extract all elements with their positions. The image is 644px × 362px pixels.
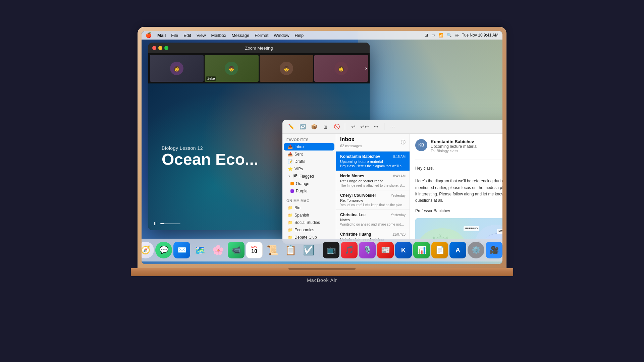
subject-1: Upcoming lecture material — [340, 160, 406, 164]
search-icon[interactable]: 🔍 — [447, 33, 452, 38]
drafts-icon: 📝 — [288, 159, 292, 164]
dock-safari[interactable]: 🧭 — [142, 242, 154, 258]
favorites-header: Favorites — [282, 136, 336, 143]
spanish-folder-icon: 📁 — [288, 213, 292, 218]
junk-button[interactable]: 🚫 — [332, 122, 341, 131]
progress-bar[interactable] — [160, 223, 180, 224]
menu-mail[interactable]: Mail — [157, 33, 166, 38]
pause-button[interactable]: ⏸ — [153, 221, 158, 226]
dock-numbers[interactable]: 📊 — [413, 242, 430, 258]
time-3: Yesterday — [391, 194, 406, 197]
menu-mailbox[interactable]: Mailbox — [211, 33, 226, 38]
system-preferences-icon: ⚙️ — [472, 246, 481, 254]
preview-4: Wanted to go ahead and share some notes … — [340, 223, 406, 226]
menu-file[interactable]: File — [171, 33, 178, 38]
menu-window[interactable]: Window — [274, 33, 289, 38]
dock-apple-tv[interactable]: 📺 — [323, 242, 339, 258]
forward-button[interactable]: ↪ — [371, 122, 381, 131]
mail-item-2[interactable]: Nerio Mones 8:49 AM Re: Fringe or barrie… — [336, 171, 410, 190]
zoom-titlebar: 🛡 Zoom Meeting — [148, 43, 370, 53]
notes-script-icon: 📜 — [267, 245, 278, 256]
sidebar-drafts[interactable]: 📝 Drafts — [284, 158, 334, 165]
zoom-playback-controls[interactable]: ⏸ — [153, 221, 180, 226]
dock-pages[interactable]: 📄 — [431, 242, 448, 258]
participant-name-zeke: Zeke — [206, 76, 216, 81]
mail-item-1[interactable]: Konstantin Babichev 9:15 AM Upcoming lec… — [336, 152, 410, 171]
notes-icon: 📋 — [285, 245, 297, 256]
menu-format[interactable]: Format — [255, 33, 268, 38]
sidebar-vips[interactable]: ⭐ VIPs — [284, 165, 334, 173]
flagged-icon: 🏴 — [293, 174, 298, 179]
close-button[interactable] — [152, 46, 156, 50]
trash-button[interactable]: 🗑 — [321, 122, 330, 131]
dock-facetime[interactable]: 📹 — [228, 242, 245, 258]
dock-notes-script[interactable]: 📜 — [264, 242, 281, 258]
sender-4: Christina Lee — [340, 213, 366, 217]
dock-zoom[interactable]: 🎥 — [486, 242, 502, 258]
wifi-icon[interactable]: 📶 — [438, 33, 443, 38]
dock-app-store[interactable]: A — [449, 242, 466, 258]
inbox-title: Inbox 62 messages — [340, 136, 362, 148]
menu-view[interactable]: View — [197, 33, 206, 38]
news-icon: 📰 — [381, 246, 390, 254]
preview-1: Hey class, Here's the diagram that we'll… — [340, 164, 406, 168]
participants-chevron[interactable]: › — [365, 65, 367, 71]
subject-3: Re: Tomorrow — [340, 198, 406, 202]
dock-keynote[interactable]: K — [395, 242, 412, 258]
apple-tv-icon: 📺 — [327, 246, 336, 254]
participant-1: 👩 — [150, 55, 204, 82]
reply-all-button[interactable]: ↩↩ — [360, 122, 369, 131]
compose-button[interactable]: ✏️ — [286, 122, 296, 131]
dock-photos[interactable]: 🌸 — [210, 242, 226, 258]
dock-maps[interactable]: 🗺️ — [192, 242, 208, 258]
bio-folder-icon: 📁 — [288, 205, 292, 210]
maps-icon: 🗺️ — [194, 245, 206, 256]
reminders-icon: ☑️ — [303, 245, 315, 256]
archive-button[interactable]: 📦 — [309, 122, 319, 131]
mail-item-3[interactable]: Cheryl Courvoisier Yesterday Re: Tomorro… — [336, 190, 410, 210]
mail-window[interactable]: ✏️ ↩️ 📦 🗑 🚫 ↩ ↩↩ ↪ ⋯ 🔍 — [282, 120, 502, 244]
mail-item-4[interactable]: Christina Lee Yesterday Notes Wanted to … — [336, 210, 410, 229]
vips-label: VIPs — [294, 167, 303, 171]
apple-menu[interactable]: 🍎 — [146, 32, 152, 38]
minimize-button[interactable] — [158, 46, 162, 50]
airplay-icon[interactable]: ⊡ — [425, 33, 428, 38]
menu-message[interactable]: Message — [231, 33, 249, 38]
dock-podcasts[interactable]: 🎙️ — [359, 242, 376, 258]
dock-reminders[interactable]: ☑️ — [300, 242, 317, 258]
reply-single-button[interactable]: ↩ — [348, 122, 358, 131]
sidebar-spanish[interactable]: 📁 Spanish — [284, 212, 334, 219]
sidebar-economics[interactable]: 📁 Economics — [284, 226, 334, 234]
zoom-title: Zoom Meeting — [245, 46, 273, 51]
dock-notes[interactable]: 📋 — [282, 242, 299, 258]
sidebar-social-studies[interactable]: 📁 Social Studies — [284, 219, 334, 226]
reply-button[interactable]: ↩️ — [298, 122, 307, 131]
dock-calendar[interactable]: NOV 10 — [246, 242, 263, 258]
drafts-label: Drafts — [294, 159, 305, 164]
menu-edit[interactable]: Edit — [183, 33, 191, 38]
dock-music[interactable]: 🎵 — [341, 242, 358, 258]
budding-label: BUDDING — [464, 226, 479, 231]
sidebar-inbox[interactable]: 📥 Inbox — [284, 143, 334, 150]
detail-body: Hey class, Here's the diagram that we'll… — [415, 165, 502, 244]
flagged-label: Flagged — [300, 174, 314, 179]
inbox-info-icon[interactable]: ⓘ — [401, 139, 406, 145]
mail-sidebar: Favorites 📥 Inbox 📤 Sent 📝 — [282, 134, 336, 244]
sidebar-flagged[interactable]: ▼ 🏴 Flagged — [284, 173, 334, 180]
purple-flag-icon — [290, 189, 294, 193]
sender-1: Konstantin Babichev — [340, 154, 380, 159]
dock-mail[interactable]: ✉️ — [173, 242, 190, 258]
sidebar-bio[interactable]: 📁 Bio — [284, 204, 334, 212]
sidebar-orange[interactable]: Orange — [284, 180, 334, 187]
dock-news[interactable]: 📰 — [377, 242, 394, 258]
maximize-button[interactable] — [164, 46, 168, 50]
battery-icon[interactable]: ▭ — [431, 33, 435, 38]
siri-icon[interactable]: ◎ — [455, 33, 459, 38]
sidebar-purple[interactable]: Purple — [284, 187, 334, 195]
dock-system-preferences[interactable]: ⚙️ — [468, 242, 484, 258]
dock-messages[interactable]: 💬 — [155, 242, 172, 258]
sidebar-sent[interactable]: 📤 Sent — [284, 150, 334, 158]
menu-help[interactable]: Help — [295, 33, 304, 38]
detail-header: KB Konstantin Babichev Upcoming lecture … — [415, 139, 502, 160]
more-button[interactable]: ⋯ — [388, 122, 397, 131]
